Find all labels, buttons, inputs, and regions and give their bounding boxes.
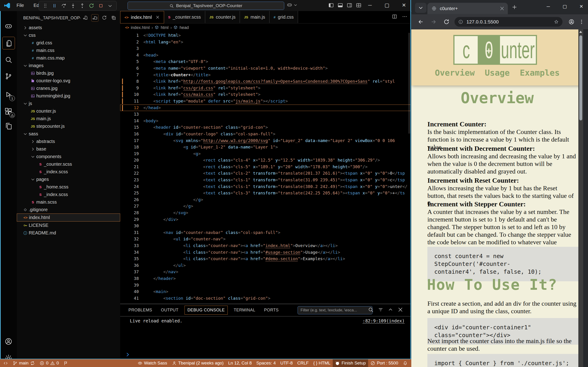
tab-close-icon[interactable] bbox=[156, 15, 160, 19]
status-item--html[interactable]: { } HTML bbox=[311, 359, 333, 367]
bookmark-star-icon[interactable] bbox=[554, 19, 559, 24]
console-filter-input[interactable] bbox=[298, 306, 373, 314]
editor-tab-counter.js[interactable]: JS counter.js bbox=[205, 11, 240, 23]
scrollbar-thumb[interactable] bbox=[579, 35, 582, 120]
debug-restart-icon[interactable] bbox=[89, 3, 94, 8]
tab-search-button[interactable] bbox=[415, 3, 426, 13]
tree-item-counter-logo.svg[interactable]: counter-logo.svg bbox=[17, 77, 120, 84]
tree-item-images[interactable]: images bbox=[17, 62, 120, 69]
site-info-icon[interactable] bbox=[458, 19, 463, 24]
panel-bottom-icon[interactable] bbox=[337, 2, 343, 8]
new-folder-button[interactable] bbox=[91, 14, 99, 22]
tree-item-js[interactable]: js bbox=[17, 100, 120, 107]
close-icon[interactable] bbox=[398, 307, 403, 313]
panel-tab-output[interactable]: OUTPUT bbox=[158, 306, 181, 314]
tree-item-cranes.jpg[interactable]: cranes.jpg bbox=[17, 84, 120, 92]
breadcrumb-item[interactable]: index.html bbox=[131, 25, 149, 30]
panel-left-icon[interactable] bbox=[328, 2, 334, 8]
page-scrollbar[interactable] bbox=[578, 29, 583, 367]
browser-reload-icon[interactable] bbox=[442, 17, 451, 26]
breadcrumb-item[interactable]: html bbox=[161, 25, 168, 30]
tree-item-main.js[interactable]: JSmain.js bbox=[17, 115, 120, 123]
browser-tab[interactable]: c0unter+ bbox=[427, 3, 508, 14]
activity-account[interactable] bbox=[2, 335, 15, 348]
tree-item-_counter.scss[interactable]: S_counter.scss bbox=[17, 160, 120, 168]
browser-forward-icon[interactable] bbox=[429, 17, 438, 26]
status-item-crlf[interactable]: CRLF bbox=[295, 359, 311, 367]
debug-grip-icon[interactable] bbox=[42, 3, 48, 8]
new-file-button[interactable] bbox=[82, 14, 89, 21]
editor-tab-index.html[interactable]: <> index.html bbox=[120, 11, 164, 24]
tree-item-index.html[interactable]: <>index.html bbox=[17, 214, 120, 222]
tree-item-.gitignore[interactable]: .gitignore bbox=[17, 206, 120, 214]
activity-extensions[interactable] bbox=[2, 105, 15, 117]
debug-chevron-down-icon[interactable] bbox=[107, 3, 113, 8]
filter-list-icon[interactable] bbox=[378, 307, 383, 313]
activity-run-debug[interactable]: 1 bbox=[2, 89, 15, 101]
code-editor[interactable]: 1<!DOCTYPE html>2<html lang="en">34<head… bbox=[120, 32, 411, 304]
tree-item-birds.jpg[interactable]: birds.jpg bbox=[17, 69, 120, 77]
copilot-menu[interactable] bbox=[287, 2, 297, 8]
browser-close-button[interactable]: ✕ bbox=[575, 1, 588, 11]
address-bar[interactable]: 127.0.0.1:5500 bbox=[455, 17, 563, 27]
menu-file[interactable]: File bbox=[13, 0, 28, 11]
layout-grid-icon[interactable] bbox=[356, 2, 362, 8]
profile-icon[interactable] bbox=[567, 17, 576, 26]
debug-pause-icon[interactable] bbox=[52, 3, 57, 8]
browser-maximize-button[interactable]: ▢ bbox=[558, 1, 571, 11]
tab-close-icon[interactable] bbox=[499, 6, 505, 11]
tree-item-stepcounter.js[interactable]: JSstepcounter.js bbox=[17, 123, 120, 130]
tree-item-css[interactable]: css bbox=[17, 32, 120, 39]
console-source-link[interactable]: :82:9:109(index) bbox=[363, 318, 405, 323]
activity-copilot[interactable] bbox=[2, 20, 15, 32]
tree-item-README.md[interactable]: README.md bbox=[17, 229, 120, 237]
debug-step-out-icon[interactable] bbox=[80, 3, 85, 8]
status-item-0[interactable]: 00 bbox=[37, 359, 61, 367]
tree-item-main.css.map[interactable]: #main.css.map bbox=[17, 54, 120, 62]
tree-item-pages[interactable]: pages bbox=[17, 175, 120, 183]
panel-tab-ports[interactable]: PORTS bbox=[261, 306, 282, 314]
command-center-search[interactable]: Benipal_Tapshveer_OOP-Counter bbox=[128, 2, 284, 10]
editor-tab-grid.css[interactable]: # grid.css bbox=[270, 11, 298, 23]
editor-tab-main.js[interactable]: JS main.js bbox=[240, 11, 270, 23]
window-maximize-button[interactable]: ▢ bbox=[381, 0, 393, 11]
site-nav-examples[interactable]: Examples bbox=[520, 68, 560, 77]
tree-item-_index.scss[interactable]: S_index.scss bbox=[17, 168, 120, 175]
tree-item-sass[interactable]: sass bbox=[17, 130, 120, 138]
panel-right-icon[interactable] bbox=[347, 2, 352, 8]
debug-stop-icon[interactable] bbox=[98, 3, 104, 8]
repl-prompt-icon[interactable] bbox=[125, 352, 130, 357]
activity-explorer[interactable] bbox=[2, 37, 15, 50]
debug-step-over-icon[interactable] bbox=[61, 3, 67, 8]
window-close-button[interactable]: ✕ bbox=[398, 0, 410, 11]
tree-item-abstracts[interactable]: abstracts bbox=[17, 138, 120, 145]
activity-source-control[interactable] bbox=[2, 70, 15, 82]
tree-item-assets[interactable]: assets bbox=[17, 24, 120, 32]
panel-tab-terminal[interactable]: TERMINAL bbox=[231, 306, 258, 314]
tree-item-main.scss[interactable]: Smain.scss bbox=[17, 198, 120, 206]
status-item-flag[interactable] bbox=[61, 359, 71, 367]
window-minimize-button[interactable]: ─ bbox=[364, 0, 376, 11]
tree-item-LICENSE[interactable]: LICENSE bbox=[17, 222, 120, 229]
panel-tab-debug-console[interactable]: DEBUG CONSOLE bbox=[184, 306, 228, 315]
browser-minimize-button[interactable]: ─ bbox=[542, 1, 555, 11]
activity-search[interactable] bbox=[2, 54, 15, 66]
editor-scrollbar[interactable] bbox=[408, 33, 410, 134]
editor-tab-_counter.scss[interactable]: S _counter.scss bbox=[164, 11, 205, 23]
breadcrumb-item[interactable]: head bbox=[179, 25, 189, 30]
browser-back-icon[interactable] bbox=[416, 17, 425, 26]
status-item-finish-setup[interactable]: Finish Setup bbox=[333, 359, 368, 367]
status-item-ln-12-col-8[interactable]: Ln 12, Col 8 bbox=[226, 359, 254, 367]
status-item-port-5500[interactable]: Port : 5500 bbox=[368, 359, 400, 367]
maximize-panel-icon[interactable] bbox=[388, 307, 393, 313]
status-item-remote[interactable] bbox=[1, 359, 10, 367]
tree-item-hummingbird.jpg[interactable]: hummingbird.jpg bbox=[17, 92, 120, 100]
tree-item-_index.scss[interactable]: S_index.scss bbox=[17, 191, 120, 198]
tree-item-_home.scss[interactable]: S_home.scss bbox=[17, 183, 120, 191]
tree-item-main.css[interactable]: #main.css bbox=[17, 47, 120, 54]
debug-step-into-icon[interactable] bbox=[70, 3, 76, 8]
site-nav-overview[interactable]: Overview bbox=[435, 68, 474, 77]
search-icon[interactable] bbox=[368, 307, 374, 313]
panel-tab-problems[interactable]: PROBLEMS bbox=[126, 306, 155, 314]
browser-menu-icon[interactable] bbox=[577, 17, 586, 26]
